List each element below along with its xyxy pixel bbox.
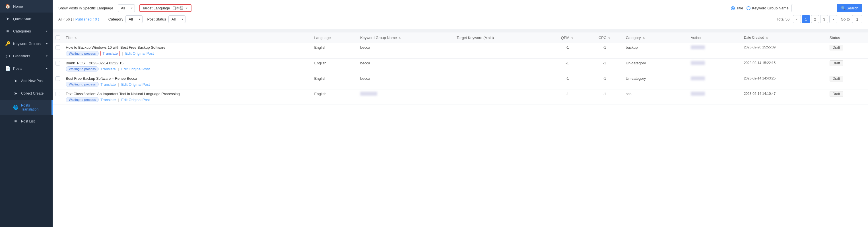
- next-page-button[interactable]: ›: [829, 15, 837, 23]
- all-count: All ( 56 ): [58, 17, 72, 21]
- row-keyword-group: [357, 89, 454, 105]
- search-input[interactable]: [792, 4, 837, 12]
- row-category: sco: [623, 89, 688, 105]
- row-category: Un-category: [623, 74, 688, 89]
- row-keyword-group: becca: [357, 74, 454, 89]
- radio-dot-title: [731, 6, 735, 10]
- th-date-created: Date Created ⇅: [741, 32, 827, 43]
- sort-icon-category[interactable]: ⇅: [643, 37, 645, 39]
- sidebar-item-collect-create[interactable]: ➤ Collect Create: [0, 87, 53, 100]
- sidebar-item-posts-translation[interactable]: 🌐 Posts Translation: [0, 100, 53, 115]
- sidebar-item-keyword-groups[interactable]: 🔑 Keyword Groups ▾: [0, 37, 53, 50]
- published-count[interactable]: Published ( 0 ): [75, 17, 99, 21]
- status-badge: Waiting to process: [66, 82, 99, 87]
- posts-translation-icon: 🌐: [13, 105, 18, 110]
- row-target-keyword: [454, 74, 548, 89]
- sidebar-item-label: Quick Start: [13, 17, 31, 21]
- row-title: Blank_POST_2023-02-14 03:22:15: [66, 61, 309, 65]
- sidebar-item-home[interactable]: 🏠 Home: [0, 0, 53, 12]
- table-row: Best Free Backup Software – Renee Becca …: [53, 74, 868, 89]
- row-cpc: -1: [586, 43, 623, 59]
- page-2-button[interactable]: 2: [811, 15, 819, 23]
- row-target-keyword: [454, 89, 548, 105]
- th-date-label: Date Created: [744, 36, 764, 39]
- filter-row-1: Show Posts in Specific Language All Targ…: [58, 4, 862, 12]
- translate-link[interactable]: Translate: [100, 82, 116, 87]
- collect-create-icon: ➤: [13, 91, 18, 96]
- sidebar-item-add-new-post[interactable]: ➤ Add New Post: [0, 75, 53, 87]
- prev-page-button[interactable]: ‹: [793, 15, 801, 23]
- row-qpm: -1: [548, 74, 586, 89]
- translate-link[interactable]: Translate: [100, 51, 120, 56]
- target-language-label: Target Language: [142, 6, 170, 10]
- edit-original-link[interactable]: Edit Original Post: [121, 67, 150, 71]
- target-language-select[interactable]: 日本語: [173, 6, 189, 10]
- page-1-button[interactable]: 1: [802, 15, 810, 23]
- row-checkbox[interactable]: [56, 92, 60, 96]
- row-checkbox[interactable]: [56, 45, 60, 50]
- sidebar-item-categories[interactable]: ≡ Categories ▾: [0, 25, 53, 37]
- th-status: Status: [827, 32, 868, 43]
- row-qpm: -1: [548, 89, 586, 105]
- row-status: Draft: [827, 59, 868, 74]
- row-checkbox[interactable]: [56, 76, 60, 81]
- sidebar-item-label: Keyword Groups: [13, 41, 41, 46]
- search-icon: 🔍: [841, 6, 845, 10]
- row-checkbox-cell: [53, 74, 63, 89]
- row-date-created: 2023-02-14 14:43:25: [741, 74, 827, 89]
- filter-row-2: All ( 56 ) | Published ( 0 ) Category Al…: [58, 15, 862, 23]
- row-title-cell: How to Backup Windows 10 with Best Free …: [63, 43, 312, 59]
- edit-original-link[interactable]: Edit Original Post: [121, 82, 150, 87]
- draft-badge: Draft: [830, 45, 843, 50]
- th-category-label: Category: [626, 36, 641, 40]
- category-select-wrapper: All: [125, 16, 143, 23]
- goto-input[interactable]: [852, 15, 862, 23]
- sidebar-item-classifiers[interactable]: 🏷 Classifiers ▾: [0, 50, 53, 62]
- row-author: [688, 74, 741, 89]
- post-status-wrapper: Post Status All: [147, 16, 185, 23]
- sort-icon-title[interactable]: ⇅: [74, 37, 77, 39]
- table-row: Text Classification: An Important Tool i…: [53, 89, 868, 105]
- show-posts-select[interactable]: All: [118, 4, 135, 12]
- sort-icon-qpm[interactable]: ⇅: [571, 37, 574, 39]
- table-header-row: Title ⇅ Language Keyword Group Name ⇅ Ta…: [53, 32, 868, 43]
- sidebar-item-posts[interactable]: 📄 Posts ▾: [0, 62, 53, 75]
- sidebar-item-label: Posts Translation: [21, 104, 48, 111]
- edit-original-link[interactable]: Edit Original Post: [125, 51, 154, 56]
- target-lang-select-wrapper: 日本語: [173, 6, 189, 10]
- table-body: How to Backup Windows 10 with Best Free …: [53, 43, 868, 105]
- row-category: backup: [623, 43, 688, 59]
- th-cpc-label: CPC: [598, 36, 606, 40]
- posts-table-wrapper: Title ⇅ Language Keyword Group Name ⇅ Ta…: [53, 32, 868, 227]
- sidebar-item-quick-start[interactable]: ➤ Quick Start: [0, 12, 53, 25]
- translate-link[interactable]: Translate: [100, 67, 116, 71]
- search-button[interactable]: 🔍 Search: [837, 4, 862, 12]
- radio-title[interactable]: Title: [731, 6, 743, 10]
- translate-link[interactable]: Translate: [100, 98, 116, 102]
- top-right-controls: Title Keyword Group Name 🔍 Search: [731, 4, 862, 12]
- row-checkbox-cell: [53, 59, 63, 74]
- edit-original-link[interactable]: Edit Original Post: [121, 98, 150, 102]
- sort-icon-keyword[interactable]: ⇅: [399, 37, 401, 39]
- radio-keyword[interactable]: Keyword Group Name: [746, 6, 788, 10]
- row-checkbox[interactable]: [56, 61, 60, 65]
- link-separator: |: [118, 98, 119, 102]
- post-status-select[interactable]: All: [168, 16, 185, 23]
- select-all-checkbox[interactable]: [56, 35, 60, 40]
- category-select[interactable]: All: [125, 16, 143, 23]
- page-3-button[interactable]: 3: [820, 15, 828, 23]
- sort-icon-date[interactable]: ⇅: [766, 36, 768, 39]
- sidebar-item-post-list[interactable]: ≡ Post List: [0, 115, 53, 127]
- total-count: Total 56: [777, 17, 790, 21]
- table-row: How to Backup Windows 10 with Best Free …: [53, 43, 868, 59]
- sidebar-item-label: Home: [13, 4, 23, 8]
- th-cpc: CPC ⇅: [586, 32, 623, 43]
- row-date-created: 2023-02-14 14:10:47: [741, 89, 827, 105]
- goto-label: Go to: [841, 17, 850, 21]
- sort-icon-cpc[interactable]: ⇅: [608, 37, 611, 39]
- chevron-down-icon: ▾: [46, 42, 48, 45]
- radio-keyword-label: Keyword Group Name: [752, 6, 788, 10]
- status-badge: Waiting to process: [66, 51, 99, 56]
- link-separator: |: [118, 82, 119, 87]
- row-badge-row: Waiting to process Translate | Edit Orig…: [66, 51, 309, 56]
